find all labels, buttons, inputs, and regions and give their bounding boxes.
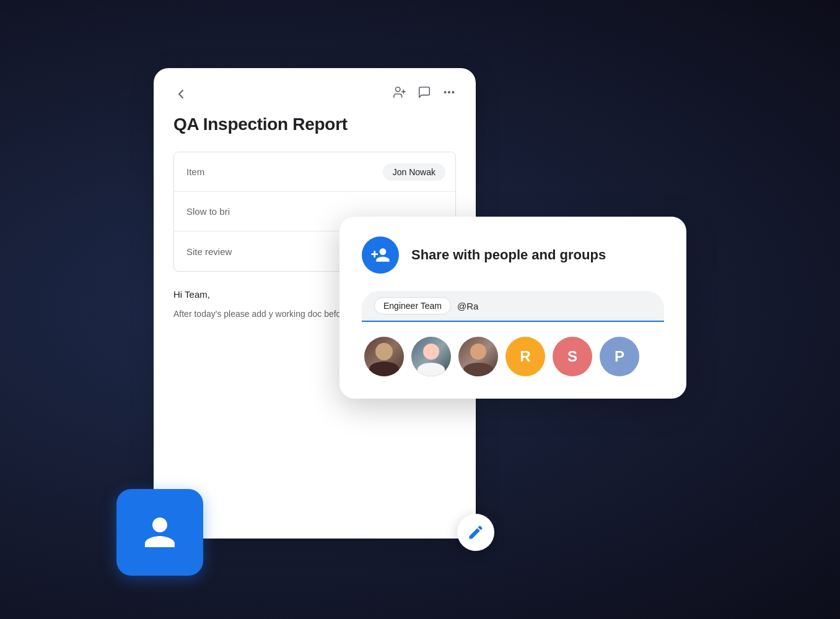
share-input[interactable] xyxy=(457,301,652,311)
avatar-s[interactable]: S xyxy=(553,337,592,376)
avatar-person-3[interactable] xyxy=(458,337,498,376)
avatar-s-label: S xyxy=(567,348,577,365)
engineer-team-chip: Engineer Team xyxy=(374,297,451,314)
more-options-icon[interactable] xyxy=(442,85,456,102)
avatar-person-1[interactable] xyxy=(364,337,404,376)
table-cell-item-label: Item xyxy=(174,157,356,187)
avatar-p-label: P xyxy=(615,348,624,365)
back-button[interactable] xyxy=(173,87,188,102)
table-cell-slow-label: Slow to bri xyxy=(174,196,356,227)
fab-edit-button[interactable] xyxy=(457,514,494,551)
avatar-person-2[interactable] xyxy=(411,337,451,376)
table-cell-assignee: Jon Nowak xyxy=(356,157,455,187)
svg-point-0 xyxy=(396,87,400,92)
share-dialog: Share with people and groups Engineer Te… xyxy=(339,217,686,399)
svg-point-5 xyxy=(452,92,453,93)
share-title: Share with people and groups xyxy=(411,246,606,264)
table-cell-empty-1 xyxy=(356,206,455,218)
doc-actions xyxy=(393,85,456,102)
table-cell-site-label: Site review xyxy=(174,236,356,267)
doc-header xyxy=(154,68,476,115)
svg-point-4 xyxy=(448,92,450,93)
share-icon-circle xyxy=(362,236,399,274)
add-person-icon[interactable] xyxy=(393,85,406,102)
share-header: Share with people and groups xyxy=(362,236,664,274)
avatar-p[interactable]: P xyxy=(600,337,639,376)
comment-icon[interactable] xyxy=(418,85,431,102)
person-card xyxy=(116,489,203,576)
table-row: Item Jon Nowak xyxy=(174,152,455,192)
doc-title: QA Inspection Report xyxy=(154,115,476,152)
avatar-r[interactable]: R xyxy=(505,337,545,376)
assignee-chip: Jon Nowak xyxy=(383,163,445,181)
avatar-r-label: R xyxy=(520,348,530,365)
share-input-wrapper[interactable]: Engineer Team xyxy=(362,291,664,322)
avatars-row: R S P xyxy=(362,337,664,376)
svg-point-3 xyxy=(444,92,445,93)
